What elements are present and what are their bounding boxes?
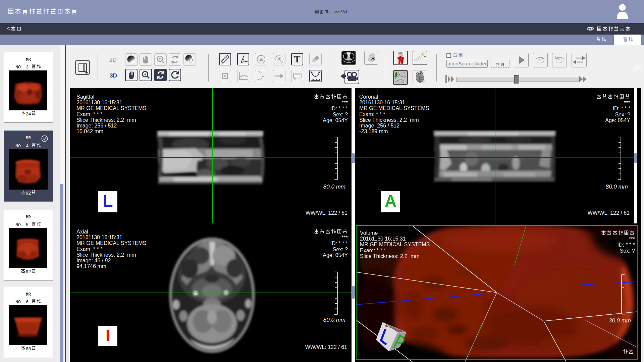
svg-text:D: D	[423, 79, 425, 83]
